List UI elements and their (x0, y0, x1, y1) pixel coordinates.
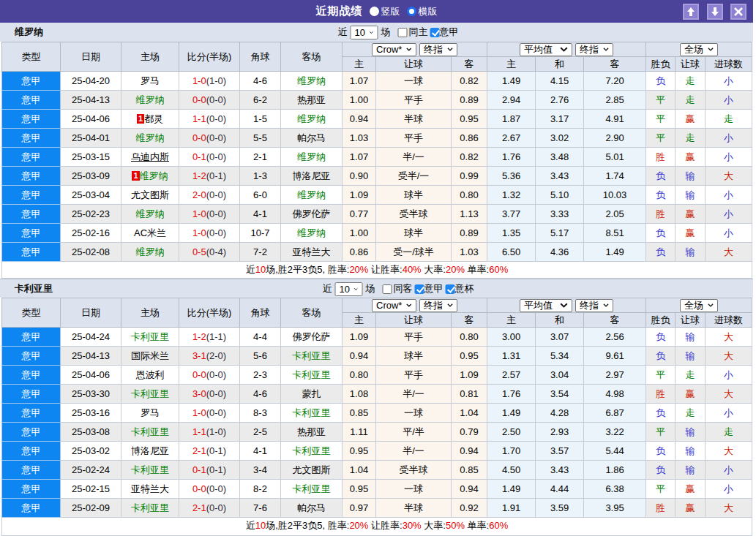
team-label: 恩波利 (136, 369, 165, 380)
result-outcome-cell: 负 (646, 461, 675, 480)
team-label: 卡利亚里 (293, 445, 331, 456)
handicap-away-odds-cell: 0.92 (452, 499, 487, 518)
chevron-down-icon (708, 47, 714, 52)
italy-cup-checkbox[interactable]: 意杯 (446, 282, 474, 295)
match-row: 意甲25-03-30卡利亚里3-0(0-0)4-6蒙扎1.08半/一0.811.… (2, 385, 752, 404)
team-label: 蒙扎 (302, 388, 321, 399)
result-outcome-cell: 负 (646, 347, 675, 366)
score-cell: 0-1(0-1) (179, 461, 240, 480)
average-draw-cell: 4.28 (536, 404, 584, 423)
average-select[interactable]: 平均值 (520, 299, 572, 312)
average-selects: 平均值终指 (487, 43, 645, 56)
bookmaker-select[interactable]: Crow* (372, 299, 416, 312)
average-home-cell: 1.49 (487, 480, 536, 499)
horizontal-layout-label: 横版 (419, 5, 438, 18)
match-row: 意甲25-04-20罗马1-0(1-0)4-6维罗纳1.07一球0.821.49… (2, 72, 752, 91)
date-cell: 25-03-04 (61, 186, 121, 205)
result-outcome-cell: 负 (646, 186, 675, 205)
match-row: 意甲25-02-24卡利亚里0-1(0-1)3-4尤文图斯1.04受半球0.85… (2, 461, 752, 480)
average-home-cell: 2.57 (487, 366, 536, 385)
table-header-row-groups: 类型日期主场比分(半场)角球客场Crow*终指平均值终指全场 (2, 298, 752, 313)
recent-count-select[interactable]: 10 (335, 282, 363, 296)
result-handicap-cell: 赢 (675, 148, 706, 167)
home-team-cell: 卡利亚里 (121, 423, 179, 442)
scope-select[interactable]: 全场 (680, 299, 718, 312)
date-cell: 25-03-15 (61, 148, 121, 167)
handicap-away-odds-cell: 0.86 (452, 129, 487, 148)
same-home-checkbox[interactable]: 同主 (398, 26, 428, 39)
team-name: 卡利亚里 (15, 279, 53, 298)
average-draw-cell: 2.93 (536, 423, 584, 442)
summary-text: 近 (246, 264, 255, 275)
team-label: 卡利亚里 (293, 369, 331, 380)
bookmaker-select[interactable]: Crow* (372, 43, 416, 56)
col-header-9: 客 (452, 57, 487, 72)
average-draw-cell: 5.34 (536, 347, 584, 366)
away-team-cell: 卡利亚里 (281, 442, 343, 461)
result-handicap-cell: 赢 (675, 499, 706, 518)
average-draw-cell: 3.17 (536, 110, 584, 129)
average-away-cell: 8.51 (584, 224, 646, 243)
move-down-button[interactable] (707, 4, 723, 20)
halftime-score: (1-0) (206, 426, 226, 437)
result-goals-cell: 大 (706, 328, 752, 347)
vertical-layout-radio[interactable]: 竖版 (370, 5, 400, 18)
col-header-10: 主 (487, 57, 536, 72)
recent-count-select[interactable]: 10 (351, 26, 378, 39)
result-outcome-cell: 平 (646, 366, 675, 385)
average-select[interactable]: 平均值 (520, 43, 572, 56)
average-final-select[interactable]: 终指 (575, 299, 613, 312)
date-cell: 25-02-15 (61, 480, 121, 499)
team-label: AC米兰 (134, 227, 166, 238)
away-team-cell: 热那亚 (281, 91, 343, 110)
col-header-5: 角球 (240, 42, 281, 72)
same-away-checkbox[interactable]: 同客 (383, 282, 413, 295)
corners-cell: 1-5 (240, 110, 281, 129)
team-label: 佛罗伦萨 (293, 208, 331, 219)
league-cell: 意甲 (2, 186, 61, 205)
team-label: 乌迪内斯 (131, 151, 169, 162)
scope-select[interactable]: 全场 (680, 43, 718, 56)
same-away-label: 同客 (394, 282, 413, 295)
col-header-14: 让球 (675, 57, 706, 72)
average-home-cell: 1.31 (487, 347, 536, 366)
team-label: 维罗纳 (297, 75, 326, 86)
summary-stat-value: 20% (349, 264, 368, 275)
score-cell: 1-0(0-0) (179, 404, 240, 423)
summary-text: 近 (246, 520, 255, 531)
close-button[interactable] (730, 4, 746, 20)
average-final-select[interactable]: 终指 (575, 43, 613, 56)
move-up-button[interactable] (683, 4, 699, 20)
score-cell: 1-2(0-1) (179, 167, 240, 186)
bookmaker-final-select[interactable]: 终指 (419, 43, 457, 56)
bookmaker-final-select[interactable]: 终指 (419, 299, 457, 312)
average-home-cell: 1.35 (487, 224, 536, 243)
corners-cell: 8-2 (240, 480, 281, 499)
match-row: 意甲25-04-13国际米兰3-1(2-0)5-6卡利亚里0.94球半0.951… (2, 347, 752, 366)
league-cell: 意甲 (2, 110, 61, 129)
league-cell: 意甲 (2, 148, 61, 167)
serie-a-checkbox[interactable]: 意甲 (430, 26, 459, 39)
team-label: 都灵 (144, 113, 163, 124)
serie-a-checkbox[interactable]: 意甲 (415, 282, 444, 295)
handicap-line-cell: 半/一 (376, 385, 452, 404)
away-team-cell: 蒙扎 (281, 385, 343, 404)
score-cell: 0-0(0-0) (179, 366, 240, 385)
fulltime-score: 1-2 (192, 170, 206, 181)
halftime-score: (0-0) (206, 208, 226, 219)
handicap-away-odds-cell: 0.81 (452, 385, 487, 404)
chevron-down-icon (560, 47, 568, 52)
result-outcome-cell: 胜 (646, 499, 675, 518)
team-label: 帕尔马 (297, 132, 326, 143)
result-outcome-cell: 负 (646, 328, 675, 347)
average-selects: 平均值终指 (487, 299, 645, 312)
team-label: 罗马 (141, 407, 160, 418)
result-handicap-cell: 赢 (675, 480, 706, 499)
league-cell: 意甲 (2, 499, 61, 518)
match-row: 意甲25-04-13维罗纳0-0(0-0)6-2热那亚1.00平手0.892.9… (2, 91, 752, 110)
horizontal-layout-radio[interactable]: 横版 (407, 5, 438, 18)
table-header-row-groups: 类型日期主场比分(半场)角球客场Crow*终指平均值终指全场 (2, 42, 752, 57)
score-cell: 1-0(0-0) (179, 205, 240, 224)
chevron-down-icon (447, 47, 453, 52)
matches-table: 类型日期主场比分(半场)角球客场Crow*终指平均值终指全场主让球客主和客胜负让… (1, 42, 752, 262)
